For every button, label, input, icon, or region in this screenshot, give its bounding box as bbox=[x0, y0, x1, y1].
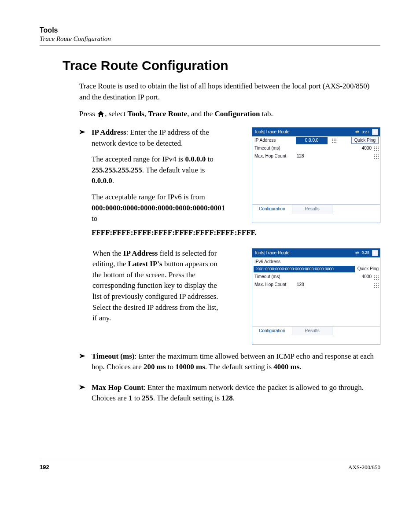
timeout-default: 4000 ms bbox=[273, 363, 299, 371]
ipv6-intro: The acceptable range for IPv6 is from bbox=[92, 193, 205, 201]
shot2-tab-configuration[interactable]: Configuration bbox=[252, 327, 292, 336]
timeout-tail: . The default setting is bbox=[205, 363, 274, 371]
maxhop-from: 1 bbox=[129, 394, 133, 402]
header-section: Tools bbox=[40, 26, 380, 34]
shot2-hop-field[interactable]: 128 bbox=[296, 282, 304, 288]
press-trace: Trace Route bbox=[148, 110, 187, 118]
shot1-tab-configuration[interactable]: Configuration bbox=[252, 205, 292, 214]
press-tools: Tools bbox=[128, 110, 144, 118]
timeout-from: 200 ms bbox=[144, 363, 166, 371]
press-post: tab. bbox=[260, 110, 273, 118]
shot2-clock: 0:28 bbox=[361, 250, 369, 256]
shot1-title-text: Tools|Trace Route bbox=[254, 129, 290, 136]
keypad-icon[interactable] bbox=[373, 275, 379, 280]
timeout-period: . bbox=[299, 363, 301, 371]
shot2-timeout-field[interactable]: 4000 bbox=[361, 274, 372, 280]
shot2-title-text: Tools|Trace Route bbox=[254, 250, 290, 257]
press-mid1: , select bbox=[105, 110, 127, 118]
shot1-tab-results[interactable]: Results bbox=[292, 205, 332, 214]
ip-label: IP Address bbox=[92, 128, 126, 136]
header-subsection: Trace Route Configuration bbox=[40, 35, 380, 43]
shot2-timeout-label: Timeout (ms) bbox=[254, 274, 296, 280]
press-instruction: Press , select Tools, Trace Route, and t… bbox=[79, 109, 380, 121]
keypad-icon[interactable] bbox=[373, 154, 379, 159]
maxhop-period: . bbox=[233, 394, 235, 402]
shot2-tab-results[interactable]: Results bbox=[292, 327, 332, 336]
shot1-ip-field[interactable]: 0.0.0.0 bbox=[296, 137, 328, 144]
ipv6-from: 000:0000:0000:0000:0000:0000:0000:0001 bbox=[92, 204, 225, 212]
bullet-max-hop: Max Hop Count: Enter the maximum network… bbox=[79, 382, 380, 409]
shot1-ip-label: IP Address bbox=[254, 137, 296, 144]
shot1-timeout-label: Timeout (ms) bbox=[254, 145, 296, 152]
press-sep1: , bbox=[144, 110, 148, 118]
press-config: Configuration bbox=[214, 110, 260, 118]
shot1-hop-field[interactable]: 128 bbox=[296, 153, 304, 160]
arrow-icon bbox=[79, 384, 87, 392]
timeout-label: Timeout (ms) bbox=[92, 352, 134, 360]
page-number: 192 bbox=[40, 464, 49, 471]
maxhop-to: 255 bbox=[142, 394, 153, 402]
ipv6-to: FFFF:FFFF:FFFF:FFFF:FFFF:FFFF:FFFF:FFFF. bbox=[92, 228, 257, 237]
timeout-to-word: to bbox=[166, 363, 176, 371]
battery-icon: ▮▯ bbox=[372, 250, 378, 256]
shot1-timeout-field[interactable]: 4000 bbox=[361, 145, 372, 152]
ipv4-from: 0.0.0.0 bbox=[185, 155, 206, 163]
press-pre: Press bbox=[79, 110, 97, 118]
screenshot-ipv4: Tools|Trace Route ⇄ 0:27 ▮▯ IP Address 0… bbox=[252, 127, 380, 223]
running-header: Tools Trace Route Configuration bbox=[40, 26, 380, 46]
intro-paragraph: Trace Route is used to obtain the list o… bbox=[79, 81, 380, 103]
timeout-to: 10000 ms bbox=[175, 363, 205, 371]
shot1-hop-label: Max. Hop Count bbox=[254, 153, 296, 160]
bullet-timeout: Timeout (ms): Enter the maximum time all… bbox=[79, 351, 380, 378]
shot2-ipv6-label: IPv6 Address bbox=[252, 257, 380, 265]
maxhop-tail: . The default setting is bbox=[153, 394, 222, 402]
ipv4-tail: . The default value is bbox=[142, 166, 205, 174]
maxhop-to-word: to bbox=[133, 394, 142, 402]
network-icon: ⇄ bbox=[355, 129, 359, 136]
header-rule bbox=[40, 45, 380, 46]
battery-icon: ▮▯ bbox=[372, 129, 378, 135]
shot2-titlebar: Tools|Trace Route ⇄ 0:28 ▮▯ bbox=[252, 249, 380, 258]
arrow-icon bbox=[79, 353, 87, 361]
maxhop-label: Max Hop Count bbox=[92, 383, 144, 392]
ipv4-default: 0.0.0.0 bbox=[92, 176, 112, 185]
latest-ip-paragraph: When the IP Address field is selected fo… bbox=[92, 248, 225, 324]
arrow-icon bbox=[79, 129, 87, 137]
screenshot-ipv6: Tools|Trace Route ⇄ 0:28 ▮▯ IPv6 Address… bbox=[252, 248, 380, 345]
network-icon: ⇄ bbox=[355, 250, 359, 257]
shot1-titlebar: Tools|Trace Route ⇄ 0:27 ▮▯ bbox=[252, 128, 380, 137]
keypad-icon[interactable] bbox=[373, 283, 379, 288]
page-footer: 192 AXS-200/850 bbox=[40, 461, 380, 471]
shot1-quick-ping-button[interactable]: Quick Ping bbox=[351, 137, 379, 144]
maxhop-default: 128 bbox=[221, 394, 233, 402]
footer-model: AXS-200/850 bbox=[348, 464, 380, 471]
ipv4-intro: The accepted range for IPv4 is bbox=[92, 155, 185, 163]
footer-rule bbox=[40, 461, 380, 461]
ipv4-period: . bbox=[112, 176, 114, 185]
shot1-clock: 0:27 bbox=[361, 129, 369, 135]
shot2-ipv6-field[interactable]: 2001:0000:0000:0000:0000:0000:0000:0000 bbox=[254, 266, 355, 272]
shot2-hop-label: Max. Hop Count bbox=[254, 282, 296, 288]
ipv4-to-word: to bbox=[206, 155, 213, 163]
press-mid2: , and the bbox=[187, 110, 214, 118]
page-title: Trace Route Configuration bbox=[63, 58, 380, 73]
ipv6-to-word: to bbox=[92, 214, 97, 223]
keypad-icon[interactable] bbox=[373, 146, 379, 151]
ipv4-to: 255.255.255.255 bbox=[92, 166, 142, 174]
home-icon bbox=[97, 110, 105, 121]
keypad-icon[interactable] bbox=[331, 138, 336, 143]
shot2-quick-ping-button[interactable]: Quick Ping bbox=[357, 266, 379, 272]
bullet-ip-address: Tools|Trace Route ⇄ 0:27 ▮▯ IP Address 0… bbox=[79, 127, 380, 244]
